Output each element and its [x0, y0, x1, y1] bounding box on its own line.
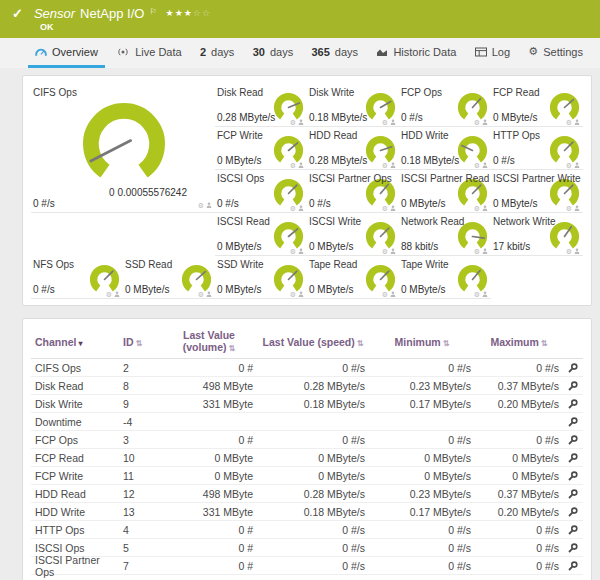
gauge-user-icon[interactable] [206, 202, 212, 209]
gauge-iscsi-partner-write[interactable]: ISCSI Partner Write 0 MByte/s ⚙ [491, 170, 583, 213]
gauge-user-icon[interactable] [114, 291, 120, 298]
gauge-iscsi-ops[interactable]: ISCSI Ops 0 #/s ⚙ [215, 170, 307, 213]
channel-settings-icon[interactable] [563, 469, 583, 483]
gauge-settings-icon[interactable]: ⚙ [566, 162, 572, 169]
column-header-channel[interactable]: Channel▾ [31, 336, 119, 348]
column-header-id[interactable]: ID⇅ [119, 336, 161, 348]
channel-settings-icon[interactable] [563, 505, 583, 519]
tab-settings[interactable]: ⚙ Settings [521, 38, 590, 68]
gauge-disk-read[interactable]: Disk Read 0.28 MByte/s ⚙ [215, 84, 307, 127]
column-header-minimum[interactable]: Minimum⇅ [369, 336, 475, 348]
gauge-user-icon[interactable] [574, 205, 580, 212]
gauge-settings-icon[interactable]: ⚙ [290, 248, 296, 255]
gauge-fcp-read[interactable]: FCP Read 0 MByte/s ⚙ [491, 84, 583, 127]
tab-30-days[interactable]: 30 days [246, 38, 301, 68]
gauge-settings-icon[interactable]: ⚙ [382, 205, 388, 212]
channel-settings-icon[interactable] [563, 559, 583, 573]
gauge-hdd-write[interactable]: HDD Write 0.18 MByte/s ⚙ [399, 127, 491, 170]
gauge-settings-icon[interactable]: ⚙ [382, 248, 388, 255]
gauge-user-icon[interactable] [206, 291, 212, 298]
channel-settings-icon[interactable] [563, 541, 583, 555]
gauge-settings-icon[interactable]: ⚙ [198, 202, 204, 209]
gauge-settings-icon[interactable]: ⚙ [290, 205, 296, 212]
channel-settings-icon[interactable] [563, 433, 583, 447]
gauge-fcp-write[interactable]: FCP Write 0 MByte/s ⚙ [215, 127, 307, 170]
gauge-user-icon[interactable] [574, 248, 580, 255]
tab-label: Historic Data [393, 46, 456, 58]
tab-live-data[interactable]: Live Data [109, 38, 188, 68]
gauge-http-ops[interactable]: HTTP Ops 0 #/s ⚙ [491, 127, 583, 170]
gauge-user-icon[interactable] [390, 248, 396, 255]
channel-settings-icon[interactable] [563, 523, 583, 537]
gauge-settings-icon[interactable]: ⚙ [474, 119, 480, 126]
tab-log[interactable]: Log [468, 38, 517, 68]
gauge-network-read[interactable]: Network Read 88 kbit/s ⚙ [399, 213, 491, 256]
channel-settings-icon[interactable] [563, 397, 583, 411]
gauge-network-write[interactable]: Network Write 17 kbit/s ⚙ [491, 213, 583, 256]
gauge-user-icon[interactable] [390, 162, 396, 169]
gauge-settings-icon[interactable]: ⚙ [290, 119, 296, 126]
gauge-user-icon[interactable] [390, 119, 396, 126]
column-header-last-value-volume[interactable]: Last Value (volume)⇅ [161, 329, 257, 353]
gauge-settings-icon[interactable]: ⚙ [382, 291, 388, 298]
gauge-tape-write[interactable]: Tape Write 0 MByte/s ⚙ [399, 256, 491, 299]
gauge-settings-icon[interactable]: ⚙ [290, 291, 296, 298]
gauge-user-icon[interactable] [482, 162, 488, 169]
cell-last-value-volume: 0 MByte [161, 452, 257, 464]
gauge-nfs-ops[interactable]: NFS Ops 0 #/s ⚙ [31, 256, 123, 299]
gauge-hdd-read[interactable]: HDD Read 0.28 MByte/s ⚙ [307, 127, 399, 170]
gauge-user-icon[interactable] [482, 119, 488, 126]
cell-last-value-speed: 0 #/s [257, 362, 369, 374]
gauge-settings-icon[interactable]: ⚙ [106, 291, 112, 298]
gauge-iscsi-partner-read[interactable]: ISCSI Partner Read 0 MByte/s ⚙ [399, 170, 491, 213]
gauge-user-icon[interactable] [298, 205, 304, 212]
gauge-user-icon[interactable] [482, 291, 488, 298]
column-header-maximum[interactable]: Maximum⇅ [475, 336, 563, 348]
live-icon [116, 47, 130, 57]
gauge-user-icon[interactable] [482, 205, 488, 212]
gauge-settings-icon[interactable]: ⚙ [382, 119, 388, 126]
channel-settings-icon[interactable] [563, 415, 583, 429]
gauge-user-icon[interactable] [390, 291, 396, 298]
gauge-iscsi-read[interactable]: ISCSI Read 0 MByte/s ⚙ [215, 213, 307, 256]
tab-2-days[interactable]: 2 days [193, 38, 241, 68]
channel-settings-icon[interactable] [563, 379, 583, 393]
tab-overview[interactable]: Overview [28, 38, 105, 68]
gauge-settings-icon[interactable]: ⚙ [566, 248, 572, 255]
cell-last-value-volume: 0 # [161, 434, 257, 446]
gauge-value: 0 MByte/s [309, 284, 353, 295]
gauge-settings-icon[interactable]: ⚙ [474, 291, 480, 298]
gauge-settings-icon[interactable]: ⚙ [198, 291, 204, 298]
tab-365-days[interactable]: 365 days [304, 38, 365, 68]
gauge-user-icon[interactable] [482, 248, 488, 255]
gauge-settings-icon[interactable]: ⚙ [566, 205, 572, 212]
gauge-settings-icon[interactable]: ⚙ [474, 248, 480, 255]
gauge-settings-icon[interactable]: ⚙ [566, 119, 572, 126]
gauge-user-icon[interactable] [298, 119, 304, 126]
gauge-user-icon[interactable] [574, 162, 580, 169]
gauge-settings-icon[interactable]: ⚙ [474, 205, 480, 212]
gauge-iscsi-write[interactable]: ISCSI Write 0 MByte/s ⚙ [307, 213, 399, 256]
gauge-ssd-read[interactable]: SSD Read 0 MByte/s ⚙ [123, 256, 215, 299]
gauge-user-icon[interactable] [298, 248, 304, 255]
gauge-settings-icon[interactable]: ⚙ [474, 162, 480, 169]
table-row-fcp-read: FCP Read 10 0 MByte 0 MByte/s 0 MByte/s … [31, 449, 583, 467]
gauge-fcp-ops[interactable]: FCP Ops 0 #/s ⚙ [399, 84, 491, 127]
tab-historic-data[interactable]: Historic Data [369, 38, 463, 68]
channel-settings-icon[interactable] [563, 451, 583, 465]
gauge-user-icon[interactable] [298, 162, 304, 169]
gauge-settings-icon[interactable]: ⚙ [382, 162, 388, 169]
gauge-disk-write[interactable]: Disk Write 0.18 MByte/s ⚙ [307, 84, 399, 127]
gauge-user-icon[interactable] [298, 291, 304, 298]
priority-stars[interactable]: ★★★☆☆ [166, 8, 211, 18]
gauge-tape-read[interactable]: Tape Read 0 MByte/s ⚙ [307, 256, 399, 299]
channel-settings-icon[interactable] [563, 487, 583, 501]
gauge-user-icon[interactable] [390, 205, 396, 212]
gauge-user-icon[interactable] [574, 119, 580, 126]
column-header-last-value-speed[interactable]: Last Value (speed)⇅ [257, 336, 369, 348]
gauge-cifs-ops[interactable]: CIFS Ops 0 #/s 0 0.00055576242 ⚙ [31, 84, 215, 213]
gauge-settings-icon[interactable]: ⚙ [290, 162, 296, 169]
channel-settings-icon[interactable] [563, 361, 583, 375]
gauge-ssd-write[interactable]: SSD Write 0 MByte/s ⚙ [215, 256, 307, 299]
gauge-iscsi-partner-ops[interactable]: ISCSI Partner Ops 0 #/s ⚙ [307, 170, 399, 213]
